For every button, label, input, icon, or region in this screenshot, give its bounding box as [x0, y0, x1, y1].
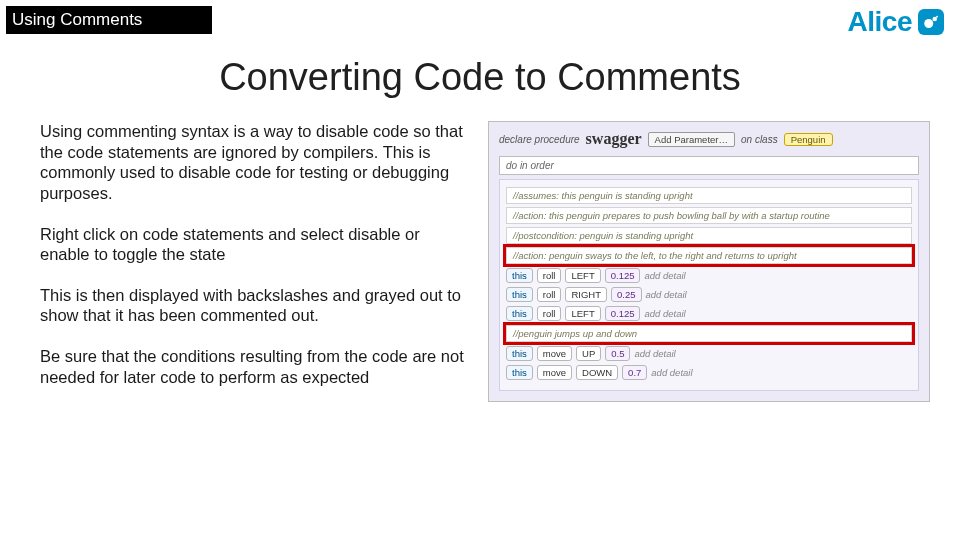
- row-tail: add detail: [651, 367, 692, 378]
- paragraph-2: Right click on code statements and selec…: [40, 224, 470, 265]
- declare-label: declare procedure: [499, 134, 580, 145]
- chip-dir: RIGHT: [565, 287, 607, 302]
- svg-point-0: [924, 19, 933, 28]
- comment-jump-highlight: //penguin jumps up and down: [506, 325, 912, 342]
- body-text-column: Using commenting syntax is a way to disa…: [40, 121, 470, 407]
- comment-assumes: //assumes: this penguin is standing upri…: [506, 187, 912, 204]
- code-row: this move UP 0.5 add detail: [506, 346, 912, 361]
- chip-val: 0.125: [605, 268, 641, 283]
- row-tail: add detail: [644, 308, 685, 319]
- code-row: this roll LEFT 0.125 add detail: [506, 306, 912, 321]
- svg-point-1: [933, 17, 938, 22]
- chip-action: move: [537, 346, 572, 361]
- code-editor-screenshot: declare procedure swagger Add Parameter……: [488, 121, 930, 402]
- procedure-name: swagger: [586, 130, 642, 148]
- brand-text: Alice: [848, 6, 912, 38]
- class-chip: Penguin: [784, 133, 833, 146]
- code-block: //assumes: this penguin is standing upri…: [499, 179, 919, 391]
- row-tail: add detail: [646, 289, 687, 300]
- paragraph-1: Using commenting syntax is a way to disa…: [40, 121, 470, 204]
- code-row: this move DOWN 0.7 add detail: [506, 365, 912, 380]
- top-bar: Using Comments Alice: [0, 0, 960, 38]
- chip-this: this: [506, 306, 533, 321]
- chip-dir: UP: [576, 346, 601, 361]
- on-class-label: on class: [741, 134, 778, 145]
- chip-dir: LEFT: [565, 268, 600, 283]
- chip-action: roll: [537, 268, 562, 283]
- chip-action: move: [537, 365, 572, 380]
- comment-postcondition: //postcondition: penguin is standing upr…: [506, 227, 912, 244]
- do-in-order-label: do in order: [499, 156, 919, 175]
- comment-action-2-highlight: //action: penguin sways to the left, to …: [506, 247, 912, 264]
- chip-val: 0.5: [605, 346, 630, 361]
- add-parameter-button[interactable]: Add Parameter…: [648, 132, 735, 147]
- chip-val: 0.7: [622, 365, 647, 380]
- chip-dir: LEFT: [565, 306, 600, 321]
- paragraph-4: Be sure that the conditions resulting fr…: [40, 346, 470, 387]
- svg-point-2: [936, 16, 938, 18]
- breadcrumb: Using Comments: [6, 6, 212, 34]
- row-tail: add detail: [634, 348, 675, 359]
- paragraph-3: This is then displayed with backslashes …: [40, 285, 470, 326]
- comment-action-1: //action: this penguin prepares to push …: [506, 207, 912, 224]
- chip-this: this: [506, 365, 533, 380]
- slide-title: Converting Code to Comments: [0, 56, 960, 99]
- chip-this: this: [506, 346, 533, 361]
- chip-this: this: [506, 287, 533, 302]
- row-tail: add detail: [644, 270, 685, 281]
- procedure-header: declare procedure swagger Add Parameter……: [493, 126, 925, 152]
- brand-logo: Alice: [848, 6, 952, 38]
- chip-action: roll: [537, 306, 562, 321]
- slide-content: Using commenting syntax is a way to disa…: [0, 99, 960, 407]
- chip-action: roll: [537, 287, 562, 302]
- chip-val: 0.25: [611, 287, 642, 302]
- code-row: this roll LEFT 0.125 add detail: [506, 268, 912, 283]
- chip-this: this: [506, 268, 533, 283]
- alice-mascot-icon: [918, 9, 944, 35]
- code-row: this roll RIGHT 0.25 add detail: [506, 287, 912, 302]
- chip-val: 0.125: [605, 306, 641, 321]
- chip-dir: DOWN: [576, 365, 618, 380]
